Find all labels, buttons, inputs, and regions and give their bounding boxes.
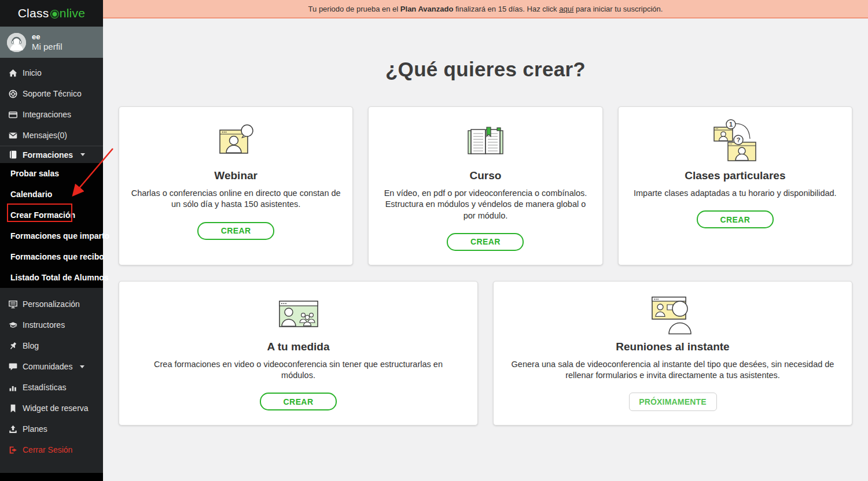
card-title: Curso [470,169,502,182]
sidebar-item-instructores[interactable]: Instructores [0,314,103,335]
card-title: Clases particulares [685,169,785,182]
profile-name: ee [32,32,62,42]
card-title: Reuniones al instante [616,341,729,353]
sidebar-item-label: Instructores [23,320,65,330]
sidebar-item-soporte-tecnico[interactable]: Soporte Técnico [0,83,103,104]
sidebar-item-label: Soporte Técnico [23,89,82,98]
page-title: ¿Qué quieres crear? [103,58,868,81]
card-title: A tu medida [267,341,329,353]
card-description: Genera una sala de videoconferencia al i… [511,359,835,382]
submenu-item-formaciones-que-recibo[interactable]: Formaciones que recibo [0,246,103,267]
sidebar-item-label: Widget de reserva [23,404,89,413]
formaciones-submenu: Probar salas Calendario Crear Formación … [0,163,103,288]
banner-link-aqui[interactable]: aquí [559,5,573,13]
banner-plan-name: Plan Avanzado [400,5,454,13]
logo-bar: Classnlive [0,0,103,27]
card-description: En vídeo, en pdf o por videoconferencia … [379,188,591,221]
card-title: Webinar [214,169,258,182]
sidebar-item-label: Comunidades [23,362,72,371]
sidebar-item-personalizacion[interactable]: Personalización [0,294,103,314]
reuniones-illustration-icon [649,293,697,336]
proximamente-button[interactable]: PRÓXIMAMENTE [629,393,717,411]
sidebar-item-label: Personalización [23,299,80,309]
avatar [7,33,26,52]
sidebar-section-formaciones[interactable]: Formaciones [0,146,103,163]
submenu-item-crear-formacion[interactable]: Crear Formación [0,205,103,225]
card-description: Imparte clases adaptadas a tu horario y … [634,188,837,199]
crear-curso-button[interactable]: CREAR [447,233,524,251]
graduation-cap-icon [9,321,17,330]
banner-text: para iniciar tu suscripción. [573,5,663,13]
classonlive-logo[interactable]: Classnlive [18,6,86,20]
sidebar-item-planes[interactable]: Planes [0,419,103,439]
sidebar-item-integraciones[interactable]: Integraciones [0,104,103,125]
sidebar-item-label: Inicio [23,68,42,77]
screen-icon [9,300,17,309]
sidebar-item-label: Estadísticas [23,383,66,392]
sidebar-item-label: Mensajes(0) [23,131,67,140]
webinar-illustration-icon [216,119,256,165]
sidebar-item-comunidades[interactable]: Comunidades [0,356,103,377]
banner-text: Tu periodo de prueba en el [308,5,400,13]
bar-chart-icon [9,383,17,392]
section-label: Formaciones [23,150,73,160]
chevron-down-icon [80,153,85,156]
crear-webinar-button[interactable]: CREAR [197,222,274,240]
card-webinar: Webinar Charlas o conferencias online en… [119,106,353,265]
curso-illustration-icon [464,119,507,165]
life-ring-icon [9,90,17,98]
card-description: Charlas o conferencias online en directo… [130,188,342,210]
logo-text-nlive: nlive [60,6,86,20]
home-icon [9,69,17,77]
chevron-down-icon [80,365,84,368]
sidebar-item-label: Cerrar Sesión [23,445,72,454]
sidebar-footer [0,473,103,481]
logo-text-class: Class [18,6,49,20]
upload-icon [9,425,17,434]
sidebar-nav-bottom: Personalización Instructores Blog Comuni… [0,288,103,460]
sidebar-item-label: Planes [23,424,47,434]
sidebar-nav-top: Inicio Soporte Técnico Integraciones Men… [0,58,103,146]
logo-o-icon [50,10,59,18]
profile-subtitle: Mi perfil [32,42,62,52]
card-description: Crea formaciones en video o videoconfere… [137,359,461,382]
sidebar-item-mensajes[interactable]: Mensajes(0) [0,125,103,146]
card-curso: Curso En vídeo, en pdf o por videoconfer… [368,106,602,265]
envelope-icon [9,131,17,140]
sidebar: Classnlive ee Mi perfil Inicio [0,0,103,481]
card-clases-particulares: 1 ? Clases particulares Imparte clases a… [618,106,852,265]
card-a-tu-medida: A tu medida Crea formaciones en video o … [119,281,478,426]
sign-out-icon [9,446,17,454]
sidebar-item-inicio[interactable]: Inicio [0,62,103,83]
book-icon [9,150,17,159]
pin-icon [9,342,17,350]
svg-text:1: 1 [729,121,733,128]
svg-text:?: ? [737,136,741,143]
sidebar-item-blog[interactable]: Blog [0,335,103,356]
a-tu-medida-illustration-icon [276,293,321,336]
main-content: ¿Qué quieres crear? Webinar Ch [103,18,868,481]
sidebar-item-cerrar-sesion[interactable]: Cerrar Sesión [0,439,103,460]
credit-card-icon [9,110,17,119]
crear-a-tu-medida-button[interactable]: CREAR [260,393,337,410]
bookmark-icon [9,404,17,413]
clases-illustration-icon: 1 ? [711,119,759,165]
card-reuniones-al-instante: Reuniones al instante Genera una sala de… [493,281,852,426]
sidebar-item-widget-de-reserva[interactable]: Widget de reserva [0,398,103,419]
banner-text: finalizará en 15 días. Haz click [453,5,559,13]
sidebar-item-label: Integraciones [23,110,71,119]
submenu-item-probar-salas[interactable]: Probar salas [0,163,103,184]
comment-icon [9,362,17,371]
headset-avatar-icon [7,33,26,52]
sidebar-item-label: Blog [23,341,39,350]
submenu-item-listado-total-alumnos[interactable]: Listado Total de Alumnos [0,267,103,288]
submenu-item-formaciones-que-imparto[interactable]: Formaciones que imparto [0,225,103,246]
sidebar-item-estadisticas[interactable]: Estadísticas [0,377,103,398]
trial-banner: Tu periodo de prueba en el Plan Avanzado… [103,0,868,18]
crear-clases-button[interactable]: CREAR [697,210,774,228]
submenu-item-calendario[interactable]: Calendario [0,184,103,205]
profile-section[interactable]: ee Mi perfil [0,27,103,58]
